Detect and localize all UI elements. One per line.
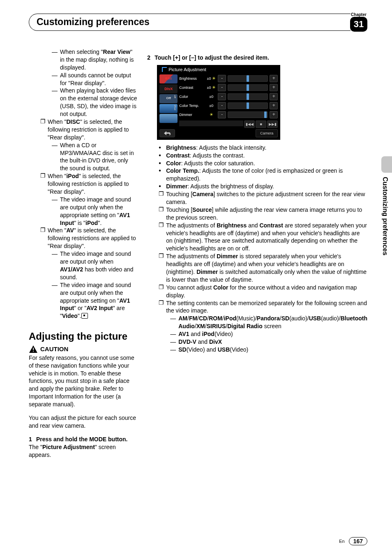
sun-icon: ☀ [212,85,216,90]
plus-button[interactable]: + [270,111,278,118]
section-heading: Adjusting the picture [29,330,137,343]
list-item: •Dimmer: Adjusts the brightness of displ… [159,183,367,190]
adj-row-colortemp: Color Temp.±0-+ [179,102,278,110]
adj-slider[interactable] [228,102,268,109]
list-item: —AV1 and iPod(Video) [170,330,367,338]
step-2: 2Touch [+] or [–] to adjust the desired … [147,54,367,62]
source-flag[interactable]: 0:01 [159,74,178,83]
minus-button[interactable]: - [218,93,226,100]
page-number: 167 [349,537,367,545]
page-title: Customizing preferences [29,14,350,31]
sun-icon: ☀ [210,112,213,117]
adj-value: ±0 ☀ [206,85,216,90]
right-column: 2Touch [+] or [–] to adjust the desired … [147,48,367,459]
plus-button[interactable]: + [270,102,278,109]
screen-title: Picture Adjustment [159,67,278,73]
list-item: •Contrast: Adjusts the contrast. [159,152,367,160]
stop-icon[interactable]: ■ [256,120,266,128]
adj-label: Dimmer [179,112,205,117]
adj-value: ☀ [206,112,216,118]
footer-lang: En [339,539,344,544]
end-section-icon [81,313,88,319]
source-item-4[interactable]: iPod [159,104,178,113]
step-1-body: The "Picture Adjustment" screen appears. [29,443,137,459]
minus-button[interactable]: - [218,111,226,118]
caution-icon [29,345,38,353]
list-item: —DVD-V and DivX [170,338,367,346]
plus-button[interactable]: + [270,84,278,91]
svg-rect-0 [33,348,34,350]
adj-slider[interactable] [228,84,268,91]
adj-row-contrast: Contrast±0 ☀-+ [179,83,278,92]
adj-label: Color [179,94,205,99]
plus-button[interactable]: + [270,93,278,100]
list-item: •Color Temp.: Adjusts the tone of color … [159,167,367,183]
list-item: —AM/FM/CD/ROM/iPod(Music)/Pandora/SD(aud… [170,315,367,330]
source-item-5[interactable] [159,114,178,123]
step-1: 1Press and hold the MODE button. [29,436,137,443]
sun-icon: ☀ [212,76,216,81]
svg-rect-1 [33,351,34,352]
adj-slider[interactable] [228,93,268,100]
plus-button[interactable]: + [270,75,278,82]
next-icon[interactable]: ▶▶▮ [267,120,278,128]
page-footer: En 167 [339,537,367,545]
adj-slider[interactable] [228,75,268,82]
chapter-badge: Chapter 31 [350,12,367,32]
list-item: •Color: Adjusts the color saturation. [159,160,367,167]
left-column: —When selecting "Rear View" in the map d… [29,48,137,459]
chapter-number: 31 [350,17,367,32]
camera-button[interactable]: Camera [256,129,278,137]
source-off[interactable]: Offoff [159,94,178,103]
adj-row-color: Color±0-+ [179,93,278,101]
prev-icon[interactable]: ▮◀◀ [244,120,255,128]
adj-row-brightness: Brightness±0 ☀-+ [179,74,278,83]
minus-button[interactable]: - [218,75,226,82]
minus-button[interactable]: - [218,102,226,109]
adj-label: Color Temp. [179,103,205,108]
body-text: You can adjust the picture for each sour… [29,414,137,430]
adj-value: ±0 [206,94,216,99]
minus-button[interactable]: - [218,84,226,91]
adj-label: Brightness [179,76,205,81]
adj-value: ±0 [206,103,216,108]
list-item: •Brightness: Adjusts the black intensity… [159,144,367,152]
adj-slider[interactable] [228,111,268,118]
side-tab: Customizing preferences [381,156,392,255]
adj-label: Contrast [179,85,205,90]
source-divx[interactable]: DivX [159,84,178,93]
chapter-label: Chapter [351,12,367,17]
list-item: —SD(Video) and USB(Video) [170,346,367,354]
caution-label: CAUTION [29,345,137,353]
picture-adjustment-screen: Picture Adjustment 0:01 DivX Offoff iPod… [157,65,280,140]
back-icon[interactable] [159,129,175,137]
side-tab-label: Customizing preferences [381,175,389,255]
adj-row-dimmer: Dimmer ☀-+ [179,111,278,119]
adj-value: ±0 ☀ [206,76,216,81]
caution-body: For safety reasons, you cannot use some … [29,354,137,408]
